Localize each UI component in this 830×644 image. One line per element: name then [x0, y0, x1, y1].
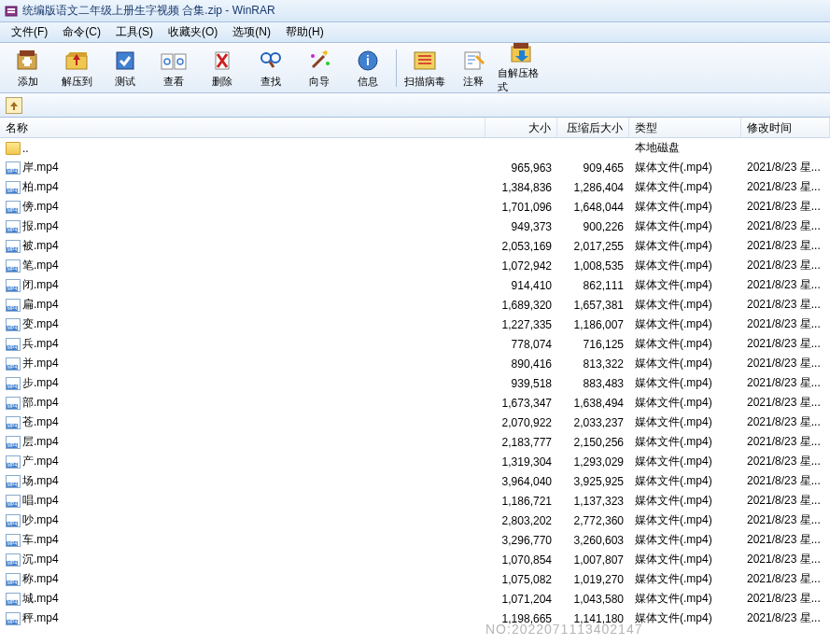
mp4-icon: [6, 612, 21, 625]
file-row[interactable]: 被.mp42,053,1692,017,255媒体文件(.mp4)2021/8/…: [0, 236, 830, 256]
file-name: 产.mp4: [22, 454, 59, 469]
test-button[interactable]: 测试: [101, 45, 149, 91]
file-name: 吵.mp4: [22, 512, 59, 528]
file-row[interactable]: 报.mp4949,373900,226媒体文件(.mp4)2021/8/23 星…: [0, 217, 830, 236]
file-type: 媒体文件(.mp4): [629, 570, 741, 588]
extract-button[interactable]: 解压到: [52, 45, 101, 91]
file-row[interactable]: 并.mp4890,416813,322媒体文件(.mp4)2021/8/23 星…: [0, 354, 830, 373]
file-row[interactable]: 吵.mp42,803,2022,772,360媒体文件(.mp4)2021/8/…: [0, 511, 830, 530]
col-date[interactable]: 修改时间: [741, 118, 830, 137]
file-row[interactable]: 场.mp43,964,0403,925,925媒体文件(.mp4)2021/8/…: [0, 471, 830, 491]
file-row[interactable]: 秤.mp41,198,6651,141,180媒体文件(.mp4)2021/8/…: [0, 609, 830, 628]
file-name: 场.mp4: [22, 473, 59, 489]
file-row[interactable]: 闭.mp4914,410862,111媒体文件(.mp4)2021/8/23 星…: [0, 275, 830, 295]
up-button[interactable]: [6, 97, 22, 114]
file-name: 变.mp4: [22, 316, 59, 332]
menu-fav[interactable]: 收藏夹(O): [161, 22, 225, 42]
menu-opt[interactable]: 选项(N): [225, 22, 278, 42]
file-row[interactable]: 产.mp41,319,3041,293,029媒体文件(.mp4)2021/8/…: [0, 452, 830, 471]
file-type: 媒体文件(.mp4): [629, 315, 741, 333]
file-packed: 1,008,535: [557, 259, 629, 273]
mp4-icon: [6, 279, 21, 292]
file-type: 媒体文件(.mp4): [629, 178, 741, 196]
mp4-icon: [6, 201, 21, 214]
file-row[interactable]: 唱.mp41,186,7211,137,323媒体文件(.mp4)2021/8/…: [0, 491, 830, 511]
add-button[interactable]: 添加: [4, 45, 52, 91]
file-row[interactable]: 傍.mp41,701,0961,648,044媒体文件(.mp4)2021/8/…: [0, 197, 830, 217]
toolbar-separator: [396, 49, 397, 87]
file-row[interactable]: 步.mp4939,518883,483媒体文件(.mp4)2021/8/23 星…: [0, 373, 830, 393]
file-packed: 3,260,603: [557, 533, 629, 548]
find-button[interactable]: 查找: [246, 45, 295, 91]
col-type[interactable]: 类型: [629, 118, 741, 137]
col-name[interactable]: 名称: [0, 118, 485, 137]
file-size: 1,701,096: [485, 200, 557, 215]
file-packed: 2,150,256: [557, 435, 629, 450]
file-row[interactable]: 部.mp41,673,3471,638,494媒体文件(.mp4)2021/8/…: [0, 393, 830, 413]
file-size: 2,803,202: [485, 513, 557, 528]
file-packed: 1,186,007: [557, 317, 629, 332]
file-name: 苍.mp4: [22, 414, 59, 430]
mp4-icon: [6, 593, 21, 606]
file-type: 媒体文件(.mp4): [629, 257, 741, 274]
col-size[interactable]: 大小: [485, 118, 557, 137]
parent-row[interactable]: ..本地磁盘: [0, 138, 830, 158]
toolbar: 添加 解压到 测试 查看 删除 查找 向导 i 信息 扫描病毒 注释 自解压格式: [0, 43, 830, 93]
file-date: 2021/8/23 星...: [741, 511, 830, 529]
file-date: 2021/8/23 星...: [741, 237, 830, 255]
file-row[interactable]: 扁.mp41,689,3201,657,381媒体文件(.mp4)2021/8/…: [0, 295, 830, 315]
comment-button[interactable]: 注释: [449, 45, 498, 91]
file-packed: 1,648,044: [557, 200, 629, 215]
menu-cmd[interactable]: 命令(C): [55, 22, 108, 42]
file-packed: 3,925,925: [557, 474, 629, 489]
delete-button[interactable]: 删除: [198, 45, 246, 91]
file-row[interactable]: 变.mp41,227,3351,186,007媒体文件(.mp4)2021/8/…: [0, 315, 830, 334]
menu-file[interactable]: 文件(F): [4, 22, 55, 42]
file-row[interactable]: 柏.mp41,384,8361,286,404媒体文件(.mp4)2021/8/…: [0, 177, 830, 197]
file-name: 兵.mp4: [22, 336, 59, 352]
file-date: 2021/8/23 星...: [741, 315, 830, 333]
svg-rect-1: [7, 8, 15, 10]
info-icon: i: [353, 48, 383, 74]
file-type: 媒体文件(.mp4): [629, 394, 741, 412]
scan-button[interactable]: 扫描病毒: [401, 45, 449, 91]
file-type: 媒体文件(.mp4): [629, 159, 741, 176]
file-row[interactable]: 岸.mp4965,963909,465媒体文件(.mp4)2021/8/23 星…: [0, 158, 830, 177]
file-size: 1,071,204: [485, 592, 557, 607]
menu-tool[interactable]: 工具(S): [108, 22, 161, 42]
mp4-icon: [6, 397, 21, 410]
file-size: 2,070,922: [485, 415, 557, 430]
col-packed[interactable]: 压缩后大小: [557, 118, 629, 137]
file-row[interactable]: 城.mp41,071,2041,043,580媒体文件(.mp4)2021/8/…: [0, 589, 830, 609]
mp4-icon: [6, 318, 21, 331]
file-type: 媒体文件(.mp4): [629, 453, 741, 470]
file-type: 媒体文件(.mp4): [629, 492, 741, 510]
file-packed: 2,033,237: [557, 415, 629, 430]
file-date: 2021/8/23 星...: [741, 492, 830, 510]
file-row[interactable]: 苍.mp42,070,9222,033,237媒体文件(.mp4)2021/8/…: [0, 413, 830, 432]
file-row[interactable]: 层.mp42,183,7772,150,256媒体文件(.mp4)2021/8/…: [0, 432, 830, 452]
file-date: 2021/8/23 星...: [741, 609, 830, 627]
file-list[interactable]: ..本地磁盘岸.mp4965,963909,465媒体文件(.mp4)2021/…: [0, 138, 830, 628]
mp4-icon: [6, 495, 21, 508]
extract-icon: [62, 48, 91, 74]
sfx-button[interactable]: 自解压格式: [498, 45, 546, 91]
svg-point-17: [311, 54, 315, 58]
file-row[interactable]: 车.mp43,296,7703,260,603媒体文件(.mp4)2021/8/…: [0, 530, 830, 550]
file-size: 1,186,721: [485, 494, 557, 509]
file-size: 778,074: [485, 337, 557, 352]
mp4-icon: [6, 259, 21, 273]
info-button[interactable]: i 信息: [344, 45, 392, 91]
mp4-icon: [6, 299, 21, 312]
file-row[interactable]: 笔.mp41,072,9421,008,535媒体文件(.mp4)2021/8/…: [0, 256, 830, 275]
view-button[interactable]: 查看: [149, 45, 198, 91]
file-size: 1,070,854: [485, 553, 557, 567]
file-packed: 862,111: [557, 278, 629, 293]
file-row[interactable]: 沉.mp41,070,8541,007,807媒体文件(.mp4)2021/8/…: [0, 550, 830, 569]
wizard-button[interactable]: 向导: [295, 45, 344, 91]
mp4-icon: [6, 475, 21, 488]
file-row[interactable]: 兵.mp4778,074716,125媒体文件(.mp4)2021/8/23 星…: [0, 334, 830, 354]
file-packed: 716,125: [557, 337, 629, 352]
file-row[interactable]: 称.mp41,075,0821,019,270媒体文件(.mp4)2021/8/…: [0, 569, 830, 589]
menu-help[interactable]: 帮助(H): [278, 22, 331, 42]
